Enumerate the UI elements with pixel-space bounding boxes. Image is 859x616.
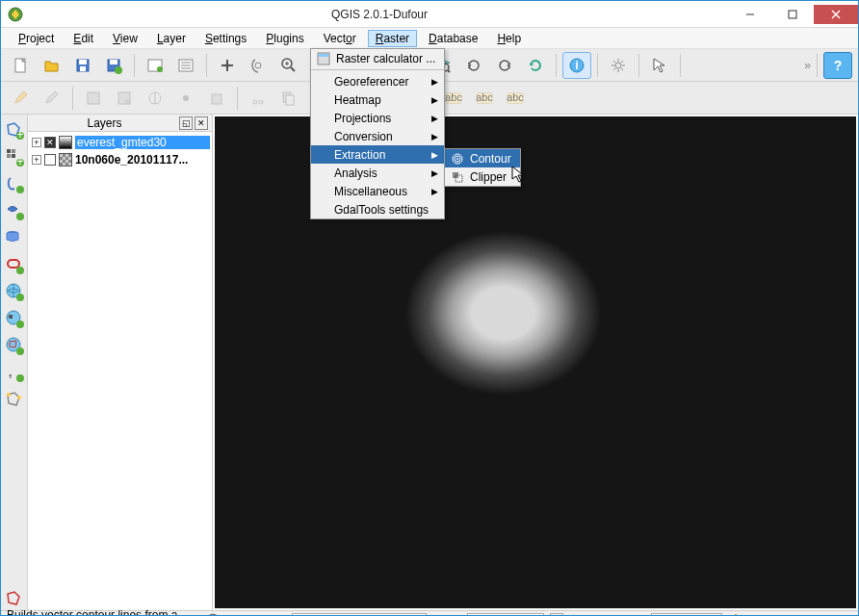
add-wcs-layer-button[interactable] (3, 307, 26, 330)
zoom-last-button[interactable] (459, 52, 488, 79)
menu-database[interactable]: Database (421, 30, 485, 47)
add-postgis-layer-button[interactable] (3, 172, 26, 195)
add-vector-layer-button[interactable]: + (3, 118, 26, 141)
crs-button[interactable]: EPSG:4326 (651, 613, 721, 617)
add-wms-layer-button[interactable] (3, 280, 26, 303)
raster-calculator-item[interactable]: Raster calculator ... (311, 49, 444, 67)
checkbox-icon[interactable]: ✕ (44, 137, 56, 148)
clipper-icon (449, 168, 466, 186)
svg-point-76 (16, 267, 24, 274)
delete-selected-button[interactable] (202, 85, 231, 112)
select-button[interactable] (645, 52, 674, 79)
svg-point-85 (16, 374, 24, 382)
gps-button[interactable] (3, 587, 26, 610)
expand-icon[interactable]: + (32, 155, 41, 165)
svg-line-34 (448, 70, 450, 72)
move-feature-button[interactable] (141, 85, 169, 112)
stop-render-button[interactable] (569, 612, 585, 616)
menu-view[interactable]: View (105, 30, 145, 47)
conversion-item[interactable]: Conversion▶ (311, 127, 444, 145)
clipper-item[interactable]: Clipper (445, 167, 520, 186)
svg-rect-46 (212, 94, 221, 104)
extraction-item[interactable]: Extraction▶ (311, 145, 444, 164)
layers-tree[interactable]: + ✕ everest_gmted30 + 10n060e_20101117..… (28, 132, 212, 610)
menu-vector[interactable]: Vector (316, 30, 364, 47)
analysis-item[interactable]: Analysis▶ (311, 164, 444, 182)
svg-point-15 (225, 64, 229, 67)
menu-item-label: Miscellaneous (334, 185, 407, 198)
maximize-button[interactable] (771, 5, 814, 24)
add-oracle-layer-button[interactable] (3, 253, 26, 276)
svg-line-18 (291, 67, 295, 71)
menu-layer[interactable]: Layer (149, 30, 194, 47)
cut-button[interactable] (244, 85, 273, 112)
menu-plugins[interactable]: Plugins (258, 30, 311, 47)
svg-point-16 (255, 63, 261, 68)
miscellaneous-item[interactable]: Miscellaneous▶ (311, 182, 444, 200)
help-button[interactable]: ? (823, 52, 852, 79)
composer-manager-button[interactable] (171, 52, 200, 79)
node-tool-button[interactable] (171, 85, 200, 112)
heatmap-item[interactable]: Heatmap▶ (311, 90, 444, 109)
menu-item-label: Georeferencer (334, 75, 408, 89)
messages-button[interactable]: ! (728, 612, 743, 616)
edit-pencil-button[interactable] (38, 85, 66, 112)
label-abc6-button[interactable]: abc (501, 85, 530, 112)
save-project-button[interactable] (68, 52, 97, 79)
menu-item-label: Projections (334, 112, 391, 125)
menu-item-label: Clipper (470, 170, 507, 184)
layer-name[interactable]: 10n060e_20101117... (75, 153, 188, 167)
close-panel-button[interactable]: ✕ (195, 116, 208, 130)
copy-button[interactable] (274, 85, 303, 112)
add-spatialite-layer-button[interactable] (3, 199, 26, 222)
refresh-button[interactable] (521, 52, 550, 79)
projections-item[interactable]: Projections▶ (311, 109, 444, 127)
menu-project[interactable]: Project (11, 30, 62, 47)
georeferencer-item[interactable]: Georeferencer▶ (311, 72, 444, 90)
statusbar: Builds vector contour lines from a DEM C… (1, 610, 858, 616)
zoom-in-button[interactable] (274, 52, 303, 79)
menu-settings[interactable]: Settings (197, 30, 254, 47)
pan-to-selection-button[interactable] (244, 52, 273, 79)
layer-name[interactable]: everest_gmted30 (75, 136, 210, 149)
undock-button[interactable]: ◱ (179, 116, 193, 130)
contour-item[interactable]: Contour (445, 149, 520, 167)
menu-help[interactable]: Help (489, 30, 529, 47)
svg-rect-67 (12, 149, 15, 153)
gdaltools-item[interactable]: GdalTools settings (311, 200, 444, 218)
new-shapefile-button[interactable] (3, 388, 26, 411)
toggle-extents-button[interactable] (205, 612, 221, 616)
label-abc5-button[interactable]: abc (470, 85, 499, 112)
add-raster-layer-button[interactable]: + (3, 145, 26, 168)
expand-icon[interactable]: + (32, 138, 41, 147)
add-delimited-button[interactable]: , (3, 361, 26, 384)
open-project-button[interactable] (38, 52, 66, 79)
new-project-button[interactable] (7, 52, 36, 79)
add-mssql-layer-button[interactable] (3, 226, 26, 249)
pan-button[interactable] (213, 52, 242, 79)
contour-icon (449, 150, 466, 167)
minimize-button[interactable] (729, 5, 771, 24)
composer-button[interactable] (141, 52, 169, 79)
settings-button[interactable] (604, 52, 633, 79)
submenu-arrow-icon: ▶ (431, 150, 438, 160)
checkbox-icon[interactable] (44, 154, 56, 166)
layer-row[interactable]: + ✕ everest_gmted30 (30, 134, 210, 151)
add-wfs-layer-button[interactable] (3, 334, 26, 357)
menu-edit[interactable]: Edit (65, 30, 101, 47)
svg-rect-75 (8, 260, 19, 268)
zoom-next-button[interactable] (490, 52, 519, 79)
save-edits-button[interactable] (79, 85, 108, 112)
menu-raster[interactable]: Raster (368, 30, 417, 47)
edit-toggle-button[interactable] (7, 85, 36, 112)
close-button[interactable] (814, 5, 858, 24)
raster-menu-dropdown: Raster calculator ... Georeferencer▶ Hea… (310, 48, 445, 219)
menu-item-label: Analysis (334, 167, 377, 180)
add-feature-button[interactable] (110, 85, 139, 112)
layer-row[interactable]: + 10n060e_20101117... (30, 151, 210, 168)
submenu-arrow-icon: ▶ (431, 114, 438, 123)
save-as-button[interactable] (99, 52, 128, 79)
svg-rect-8 (80, 66, 86, 71)
identify-button[interactable]: i (562, 52, 591, 79)
svg-rect-89 (319, 54, 328, 57)
